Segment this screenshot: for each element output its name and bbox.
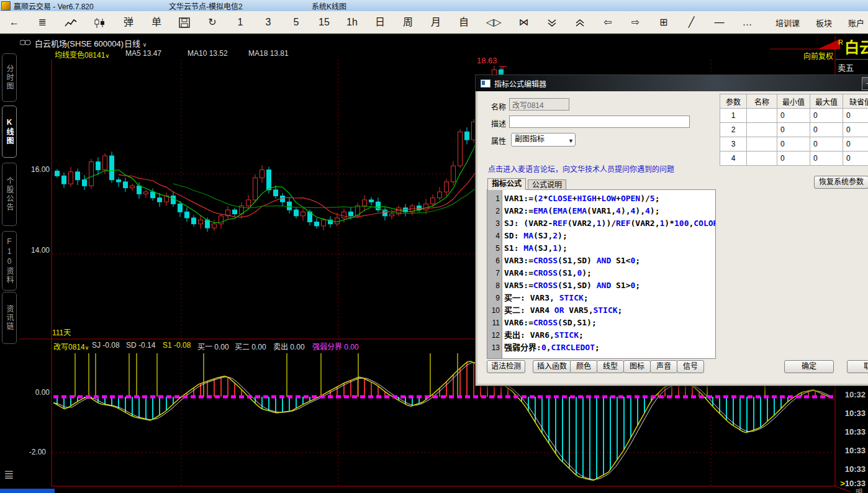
app-window: 赢顺云交易 - Ver6.7.820 文华云节点-模拟电信2 系统K线图 ←≣弹… — [0, 0, 868, 493]
line-number: 8 — [487, 279, 500, 292]
time-label: 10:33 — [836, 464, 866, 474]
ma18-label: MA18 13.81 — [248, 49, 289, 58]
param-cell[interactable]: 0 — [810, 123, 843, 137]
price-marker-label: 18.63 — [477, 56, 497, 65]
code-line[interactable]: 13强弱分界:0,CIRCLEDOT; — [487, 341, 715, 354]
chevron-down-icon: ∨ — [105, 53, 109, 59]
param-cell[interactable]: 0 — [843, 109, 868, 123]
sub-label-5: 买一 0.00 — [197, 341, 229, 351]
param-cell[interactable] — [747, 123, 777, 137]
cancel-button[interactable]: 取消 — [847, 360, 868, 373]
param-col-1: 参数 — [720, 94, 747, 109]
line-number: 9 — [487, 292, 500, 304]
dialog-icon — [481, 79, 491, 88]
name-label: 名称 — [491, 101, 506, 112]
attr-label: 属性 — [491, 135, 506, 146]
signal-button[interactable]: 信号 — [677, 360, 704, 373]
ok-button[interactable]: 确定 — [784, 360, 834, 373]
insert-function-button[interactable]: 插入函数 — [533, 360, 571, 373]
forum-link[interactable]: 点击进入麦语言论坛，向文华技术人员提问你遇到的问题 — [488, 163, 674, 174]
sub-label-6: 买二 0.00 — [235, 341, 266, 351]
param-table: 参数名称最小值最大值缺省值1000200030004000 — [720, 94, 868, 166]
param-cell[interactable]: 0 — [777, 137, 810, 152]
bottom-left-strip — [0, 489, 55, 493]
line-number: 2 — [487, 205, 500, 217]
line-number: 1 — [487, 192, 500, 205]
icon-button[interactable]: 图标 — [623, 360, 651, 373]
code-line[interactable]: 4SD: MA(SJ,2); — [487, 230, 715, 242]
color-button[interactable]: 颜色 — [570, 360, 597, 373]
code-line[interactable]: 7VAR4:=CROSS(S1,0); — [487, 267, 715, 279]
line-number: 4 — [487, 230, 500, 242]
time-label: 10:33 — [836, 409, 866, 418]
tab-formula[interactable]: 指标公式 — [487, 178, 526, 190]
param-row: 2000 — [720, 123, 868, 137]
restore-params-button[interactable]: 恢复系统参数 — [814, 176, 868, 189]
price-axis-16: 16.00 — [27, 165, 50, 174]
sub-label-3: SD -0.14 — [126, 341, 155, 350]
ma10-label: MA10 13.52 — [188, 49, 228, 58]
line-style-button[interactable]: 线型 — [597, 360, 624, 373]
param-cell[interactable]: 0 — [810, 152, 843, 166]
time-label: 10:33 — [836, 427, 866, 436]
quote-stock-name: 白云 — [844, 35, 868, 57]
sub-label-8: 强弱分界 0.00 — [312, 341, 359, 351]
param-cell[interactable]: 2 — [720, 123, 747, 137]
code-line[interactable]: 2VAR2:=EMA(EMA(EMA(VAR1,4),4),4); — [487, 205, 715, 217]
param-cell[interactable]: 0 — [810, 109, 843, 123]
param-cell[interactable]: 1 — [720, 109, 747, 123]
param-row: 4000 — [720, 152, 868, 166]
param-col-5: 缺省值 — [843, 94, 868, 109]
syntax-check-button[interactable]: 语法检测 — [487, 360, 525, 373]
code-line[interactable]: 11VAR6:=CROSS(SD,S1); — [487, 317, 715, 329]
tab-description[interactable]: 公式说明 — [528, 179, 566, 190]
code-line[interactable]: 10买二: VAR4 OR VAR5,STICK; — [487, 304, 715, 317]
bar-count-label: 111天 — [52, 327, 71, 337]
time-label: 10:33 — [836, 446, 866, 455]
desc-label: 描述 — [491, 118, 506, 129]
code-line[interactable]: 5S1: MA(SJ,1); — [487, 242, 715, 255]
code-line[interactable]: 3SJ: (VAR2-REF(VAR2,1))/REF(VAR2,1)*100,… — [487, 217, 715, 230]
param-col-3: 最小值 — [777, 94, 810, 109]
sub-label-4: S1 -0.08 — [163, 341, 191, 350]
param-col-4: 最大值 — [810, 94, 843, 109]
param-cell[interactable]: 0 — [843, 137, 868, 152]
minimize-button[interactable]: — — [862, 77, 868, 90]
param-cell[interactable] — [747, 137, 777, 152]
desc-field[interactable] — [509, 115, 690, 128]
code-editor[interactable]: 1VAR1:=(2*CLOSE+HIGH+LOW+OPEN)/5;2VAR2:=… — [487, 189, 716, 359]
formula-editor-dialog: 指标公式编辑器 — ❒ 名称 描述 属性 副图指标▼ 点击进入麦语言论坛，向文华… — [475, 75, 868, 386]
code-line[interactable]: 6VAR3:=CROSS(S1,SD) AND S1<0; — [487, 255, 715, 267]
attr-select[interactable]: 副图指标▼ — [511, 133, 576, 147]
param-row: 3000 — [720, 137, 868, 152]
restore-adjust-label[interactable]: 向前复权 — [803, 50, 833, 61]
param-cell[interactable]: 0 — [843, 123, 868, 137]
chevron-down-icon: ∨ — [85, 345, 89, 351]
param-cell[interactable]: 0 — [777, 152, 810, 166]
panel-menu-icon[interactable]: ≣ — [4, 467, 14, 482]
code-line[interactable]: 1VAR1:=(2*CLOSE+HIGH+LOW+OPEN)/5; — [487, 192, 715, 205]
sub-label-1[interactable]: 改写0814∨ — [53, 341, 89, 351]
sound-button[interactable]: 声音 — [650, 360, 677, 373]
name-field[interactable] — [509, 98, 569, 111]
code-line[interactable]: 12卖出: VAR6,STICK; — [487, 329, 715, 341]
param-cell[interactable] — [747, 109, 777, 123]
time-label: 10:32 — [836, 390, 866, 399]
line-number: 3 — [487, 217, 500, 230]
param-cell[interactable]: 0 — [777, 109, 810, 123]
param-row: 1000 — [720, 109, 868, 123]
code-line[interactable]: 8VAR5:=CROSS(S1,SD) AND S1>0; — [487, 279, 715, 292]
param-cell[interactable]: 0 — [843, 152, 868, 166]
param-cell[interactable]: 4 — [720, 152, 747, 166]
dialog-title-bar[interactable]: 指标公式编辑器 — ❒ — [476, 75, 868, 91]
code-line[interactable]: 9买一: VAR3, STICK; — [487, 292, 715, 304]
detail-label[interactable]: 明细 — [856, 487, 868, 493]
param-cell[interactable] — [747, 152, 777, 166]
param-cell[interactable]: 0 — [810, 137, 843, 152]
line-number: 7 — [487, 267, 500, 279]
sub-label-2: SJ -0.08 — [92, 341, 120, 350]
param-cell[interactable]: 0 — [777, 123, 810, 137]
param-cell[interactable]: 3 — [720, 137, 747, 152]
sub-label-7: 卖出 0.00 — [273, 341, 305, 351]
overlay-indicator-label[interactable]: 均线变色08141∨ — [55, 49, 109, 60]
